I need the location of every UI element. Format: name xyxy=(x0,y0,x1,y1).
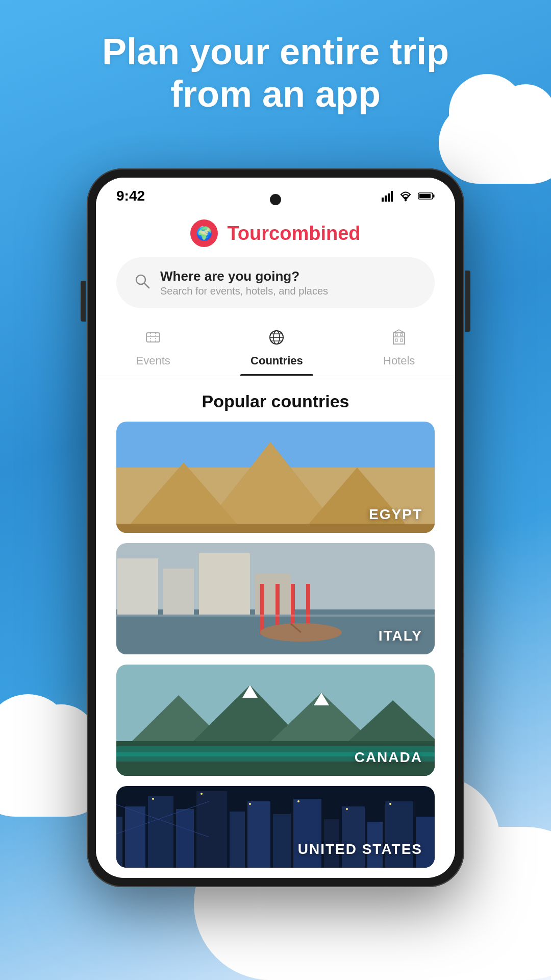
svg-rect-26 xyxy=(400,334,403,336)
tab-countries-label: Countries xyxy=(251,354,303,368)
svg-point-80 xyxy=(346,808,348,810)
hotel-icon xyxy=(390,329,408,350)
svg-rect-42 xyxy=(260,584,264,635)
battery-icon xyxy=(418,191,435,201)
svg-rect-0 xyxy=(382,198,384,202)
us-label: UNITED STATES xyxy=(298,841,422,857)
svg-rect-70 xyxy=(342,806,365,868)
svg-rect-62 xyxy=(148,796,173,868)
svg-point-81 xyxy=(389,803,391,805)
phone-screen: 9:42 xyxy=(96,178,455,878)
svg-rect-7 xyxy=(419,194,431,198)
svg-rect-35 xyxy=(116,524,435,533)
egypt-label: EGYPT xyxy=(369,506,422,523)
status-icons xyxy=(382,190,435,202)
nav-tabs: Events Countries xyxy=(96,318,455,376)
svg-rect-63 xyxy=(176,809,194,868)
phone-wrapper: 9:42 xyxy=(87,168,464,887)
camera-notch xyxy=(270,194,281,205)
svg-rect-3 xyxy=(391,191,393,202)
tab-hotels-label: Hotels xyxy=(383,354,415,368)
search-text-wrap: Where are you going? Search for events, … xyxy=(160,268,328,297)
svg-rect-6 xyxy=(433,194,435,198)
svg-rect-24 xyxy=(400,339,403,341)
svg-point-4 xyxy=(405,200,407,202)
tab-countries[interactable]: Countries xyxy=(240,324,313,376)
svg-rect-72 xyxy=(385,801,413,868)
svg-text:🌍: 🌍 xyxy=(196,225,213,241)
svg-rect-60 xyxy=(116,817,122,868)
svg-rect-38 xyxy=(117,558,158,615)
app-name: Tourcombined xyxy=(227,223,360,244)
canada-label: CANADA xyxy=(355,749,422,766)
signal-icon xyxy=(382,190,393,202)
country-list: EGYPT xyxy=(96,422,455,868)
svg-rect-2 xyxy=(388,193,390,202)
search-sub-text: Search for events, hotels, and places xyxy=(160,285,328,297)
status-bar: 9:42 xyxy=(96,178,455,209)
hero-line1: Plan your entire trip xyxy=(102,31,449,72)
svg-rect-25 xyxy=(395,334,397,336)
svg-point-78 xyxy=(249,803,251,805)
app-header: 🌍 Tourcombined xyxy=(96,209,455,252)
country-card-italy[interactable]: ITALY xyxy=(116,543,435,654)
hero-text: Plan your entire trip from an app xyxy=(0,31,551,115)
tab-events[interactable]: Events xyxy=(126,324,181,376)
svg-rect-12 xyxy=(146,333,160,342)
svg-rect-48 xyxy=(116,615,435,617)
svg-point-77 xyxy=(201,793,203,795)
app-logo-icon: 🌍 xyxy=(190,219,218,247)
status-time: 9:42 xyxy=(116,188,145,204)
country-card-canada[interactable]: CANADA xyxy=(116,665,435,776)
country-card-egypt[interactable]: EGYPT xyxy=(116,422,435,533)
svg-point-79 xyxy=(297,800,299,802)
tab-hotels[interactable]: Hotels xyxy=(373,324,425,376)
country-card-us[interactable]: UNITED STATES xyxy=(116,786,435,868)
tab-events-label: Events xyxy=(136,354,170,368)
globe-icon xyxy=(268,329,285,350)
hero-line2: from an app xyxy=(170,74,381,114)
svg-rect-61 xyxy=(125,806,145,868)
search-icon xyxy=(135,274,150,292)
section-title: Popular countries xyxy=(96,376,455,422)
svg-rect-39 xyxy=(163,569,194,615)
svg-rect-66 xyxy=(247,801,270,868)
search-main-text: Where are you going? xyxy=(160,268,328,284)
svg-rect-65 xyxy=(230,812,245,868)
svg-rect-21 xyxy=(393,333,405,344)
phone-outer: 9:42 xyxy=(87,168,464,887)
svg-point-76 xyxy=(152,798,154,800)
svg-rect-40 xyxy=(199,553,250,615)
search-bar[interactable]: Where are you going? Search for events, … xyxy=(116,257,435,308)
svg-line-11 xyxy=(144,283,149,288)
svg-rect-67 xyxy=(273,814,291,868)
svg-rect-1 xyxy=(385,195,387,202)
italy-label: ITALY xyxy=(379,628,422,644)
svg-rect-23 xyxy=(395,339,397,341)
svg-rect-64 xyxy=(196,791,227,868)
wifi-icon xyxy=(399,190,412,202)
ticket-icon xyxy=(144,329,162,350)
